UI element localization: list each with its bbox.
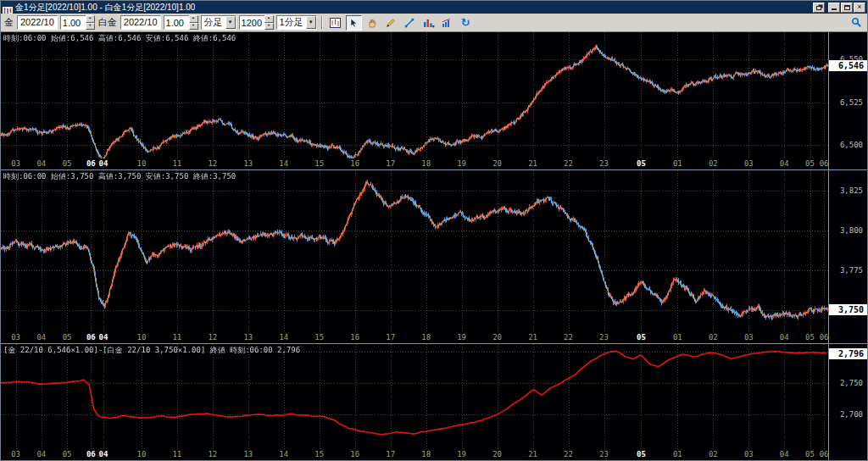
- wrench-tool-button[interactable]: [849, 15, 865, 31]
- restore-button[interactable]: [813, 3, 825, 13]
- pencil-draw-button[interactable]: [383, 15, 399, 31]
- window-title: 金1分足[2022/10]1.00 - 白金1分足[2022/10]1.00: [15, 1, 195, 14]
- histogram-icon: [442, 18, 452, 28]
- spread-x-axis: 0304050604101112131415161718192021222305…: [1, 449, 828, 460]
- x-axis-tick: 05: [63, 450, 72, 458]
- price-axis-label: 3,800: [840, 226, 863, 235]
- x-axis-tick: 04: [99, 450, 108, 458]
- x-axis-tick: 17: [386, 159, 395, 168]
- spread-line-canvas[interactable]: [1, 344, 828, 449]
- x-axis-tick: 05: [637, 159, 646, 168]
- minimize-icon: [832, 5, 837, 10]
- x-axis-tick: 13: [243, 159, 253, 168]
- platinum-multiplier-spinner[interactable]: 1.00 ▲▼: [164, 15, 198, 30]
- x-axis-tick: 20: [492, 450, 502, 458]
- x-axis-tick: 15: [314, 450, 324, 458]
- x-axis-tick: 04: [36, 333, 46, 342]
- wrench-tool-icon: [851, 17, 862, 28]
- price-axis-label: 6,525: [840, 98, 863, 107]
- x-axis-tick: 11: [172, 159, 181, 168]
- x-axis-tick: 03: [744, 159, 754, 168]
- close-button[interactable]: ×: [854, 3, 865, 13]
- platinum-month-input[interactable]: 2022/10: [120, 15, 161, 30]
- gold-x-axis: 0304050604101112131415161718192021222305…: [1, 158, 828, 169]
- spinner-buttons[interactable]: ▲▼: [189, 15, 198, 30]
- x-axis-tick: 02: [709, 450, 718, 458]
- gold-plot-area[interactable]: 時刻:06:00 始値:6,546 高値:6,546 安値:6,546 終値:6…: [1, 32, 828, 169]
- x-axis-tick: 02: [709, 333, 718, 342]
- period-type-dropdown[interactable]: 分足 ▼: [201, 15, 236, 30]
- spin-up-icon[interactable]: ▲: [264, 15, 274, 23]
- bar-count-value: 1200: [239, 15, 264, 30]
- x-axis-tick: 21: [528, 333, 537, 342]
- x-axis-tick: 06: [820, 333, 828, 342]
- x-axis-tick: 05: [805, 450, 815, 458]
- platinum-chart-panel: 時刻:06:00 始値:3,750 高値:3,750 安値:3,750 終値:3…: [1, 170, 867, 344]
- chart-area: 時刻:06:00 始値:6,546 高値:6,546 安値:6,546 終値:6…: [1, 32, 867, 460]
- x-axis-tick: 01: [673, 159, 682, 168]
- price-axis-label: 2,700: [840, 410, 863, 419]
- bar-chart-dropdown-button[interactable]: ▼: [420, 15, 437, 31]
- spinner-buttons[interactable]: ▲▼: [86, 15, 95, 30]
- period-type-value: 分足: [204, 16, 223, 29]
- select-cursor-button[interactable]: [346, 15, 362, 31]
- refresh-icon: ↻: [461, 17, 470, 28]
- app-icon: [3, 3, 13, 12]
- spread-plot-area[interactable]: [金 22/10 6,546×1.00]-[白金 22/10 3,750×1.0…: [1, 344, 828, 460]
- x-axis-tick: 04: [36, 450, 46, 458]
- refresh-button[interactable]: ↻: [458, 15, 474, 31]
- spread-chart-panel: [金 22/10 6,546×1.00]-[白金 22/10 3,750×1.0…: [1, 344, 867, 460]
- x-axis-tick: 17: [386, 333, 395, 342]
- x-axis-tick: 16: [350, 450, 359, 458]
- chevron-down-icon[interactable]: ▼: [225, 16, 236, 29]
- x-axis-tick: 17: [386, 450, 395, 458]
- gold-candlestick-canvas[interactable]: [1, 32, 828, 158]
- spin-up-icon[interactable]: ▲: [189, 15, 198, 23]
- last-price-badge: 2,796: [829, 348, 867, 359]
- gold-multiplier-spinner[interactable]: 1.00 ▲▼: [60, 15, 95, 30]
- gold-info-text: 時刻:06:00 始値:6,546 高値:6,546 安値:6,546 終値:6…: [3, 33, 236, 44]
- chart-settings-button[interactable]: [327, 15, 343, 31]
- price-axis-label: 2,750: [840, 379, 863, 387]
- x-axis-tick: 11: [172, 333, 181, 342]
- x-axis-tick: 10: [136, 333, 146, 342]
- gold-chart-panel: 時刻:06:00 始値:6,546 高値:6,546 安値:6,546 終値:6…: [1, 32, 867, 170]
- last-price-badge: 6,546: [829, 60, 867, 71]
- x-axis-tick: 01: [673, 333, 682, 342]
- bar-count-spinner[interactable]: 1200 ▲▼: [239, 15, 274, 30]
- spin-up-icon[interactable]: ▲: [86, 15, 95, 23]
- x-axis-tick: 12: [208, 450, 217, 458]
- x-axis-tick: 06: [820, 450, 828, 458]
- maximize-button[interactable]: [841, 3, 853, 13]
- x-axis-tick: 14: [279, 159, 288, 168]
- title-bar: 金1分足[2022/10]1.00 - 白金1分足[2022/10]1.00 ×: [1, 1, 867, 14]
- platinum-x-axis: 0304050604101112131415161718192021222305…: [1, 332, 828, 343]
- x-axis-tick: 03: [11, 159, 20, 168]
- x-axis-tick: 05: [63, 333, 72, 342]
- x-axis-tick: 04: [780, 450, 789, 458]
- app-window: 金1分足[2022/10]1.00 - 白金1分足[2022/10]1.00 ×…: [0, 0, 868, 461]
- minimize-button[interactable]: [828, 3, 840, 13]
- gold-multiplier-value: 1.00: [60, 15, 86, 30]
- platinum-plot-area[interactable]: 時刻:06:00 始値:3,750 高値:3,750 安値:3,750 終値:3…: [1, 170, 828, 343]
- gold-month-input[interactable]: 2022/10: [17, 15, 58, 30]
- x-axis-tick: 11: [172, 450, 181, 458]
- trendline-button[interactable]: [402, 15, 418, 31]
- histogram-button[interactable]: [439, 15, 455, 31]
- x-axis-tick: 22: [564, 159, 573, 168]
- spin-down-icon[interactable]: ▼: [189, 23, 198, 31]
- chevron-down-icon[interactable]: ▼: [306, 16, 316, 29]
- spinner-buttons[interactable]: ▲▼: [264, 15, 274, 30]
- platinum-candlestick-canvas[interactable]: [1, 170, 828, 332]
- trendline-icon: [404, 18, 415, 28]
- x-axis-tick: 18: [421, 159, 431, 168]
- x-axis-tick: 04: [36, 159, 46, 168]
- pan-hand-button[interactable]: [364, 15, 381, 31]
- timeframe-dropdown[interactable]: 1分足 ▼: [276, 15, 317, 30]
- spin-down-icon[interactable]: ▼: [264, 23, 274, 31]
- x-axis-tick: 02: [709, 159, 718, 168]
- x-axis-tick: 19: [457, 333, 466, 342]
- x-axis-tick: 05: [637, 450, 646, 458]
- x-axis-tick: 15: [314, 333, 324, 342]
- spin-down-icon[interactable]: ▼: [86, 23, 95, 31]
